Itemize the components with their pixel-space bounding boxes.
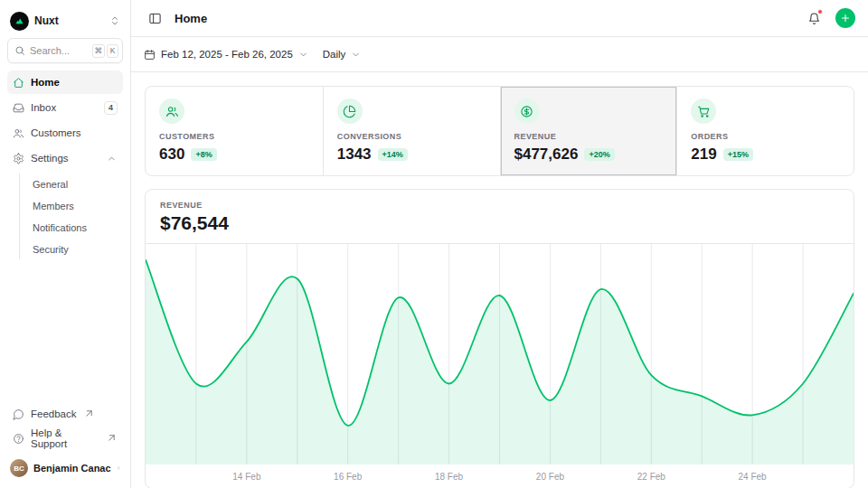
external-link-icon [106, 432, 118, 444]
stat-label: ORDERS [691, 132, 840, 141]
help-circle-icon [13, 433, 24, 445]
shopping-cart-icon [697, 105, 711, 118]
pie-chart-icon [343, 105, 356, 118]
svg-text:16 Feb: 16 Feb [334, 472, 363, 482]
content: CUSTOMERS 630+8% CONVERSIONS 1343+14% RE… [131, 72, 868, 488]
team-name: Nuxt [34, 14, 59, 27]
chevron-up-icon [106, 154, 118, 164]
search-shortcut: ⌘K [92, 44, 119, 58]
chevron-down-icon [298, 50, 308, 60]
filters-toolbar: Feb 12, 2025 - Feb 26, 2025 Daily [131, 37, 868, 72]
settings-submenu: General Members Notifications Security [19, 174, 123, 259]
sidebar-nav: Home Inbox 4 Customers Settings General … [7, 70, 123, 259]
chevron-down-icon [351, 50, 361, 60]
stat-value: $477,626 [514, 145, 579, 164]
chart-title: REVENUE [160, 201, 839, 210]
users-icon [13, 127, 24, 139]
dollar-circle-icon [520, 105, 533, 118]
team-switcher[interactable]: Nuxt [7, 7, 123, 34]
search-input[interactable]: Search... ⌘K [7, 38, 123, 63]
stat-conversions[interactable]: CONVERSIONS 1343+14% [323, 87, 500, 175]
stat-value: 1343 [337, 145, 372, 164]
panel-left-icon [148, 12, 162, 25]
page-title: Home [175, 12, 207, 25]
gear-icon [13, 153, 24, 164]
main-area: Home Feb 12, 2025 - Feb 26, 2025 Daily [131, 0, 868, 488]
notifications-button[interactable] [803, 7, 825, 29]
users-icon [165, 105, 179, 118]
sidebar-item-security[interactable]: Security [28, 239, 123, 259]
date-range-button[interactable]: Feb 12, 2025 - Feb 26, 2025 [144, 49, 308, 61]
help-support-label: Help & Support [31, 427, 99, 449]
svg-text:18 Feb: 18 Feb [435, 472, 464, 482]
app-window: Nuxt Search... ⌘K Home Inbox 4 Customers [0, 0, 868, 488]
sidebar-item-inbox[interactable]: Inbox 4 [7, 96, 123, 119]
sidebar-item-members[interactable]: Members [28, 195, 123, 216]
feedback-link[interactable]: Feedback [7, 402, 123, 426]
sidebar-item-label: Inbox [31, 102, 56, 113]
user-name: Benjamin Canac [33, 463, 111, 474]
kbd-cmd: ⌘ [92, 44, 106, 58]
stat-value: 630 [159, 145, 184, 164]
search-icon [14, 45, 25, 56]
stat-delta-badge: +15% [723, 148, 753, 161]
date-range-label: Feb 12, 2025 - Feb 26, 2025 [161, 49, 293, 60]
svg-text:14 Feb: 14 Feb [232, 472, 261, 482]
feedback-label: Feedback [31, 408, 77, 419]
granularity-label: Daily [323, 49, 346, 60]
nuxt-logo-icon [10, 12, 29, 31]
chart-total-value: $76,544 [160, 212, 839, 234]
sidebar-item-notifications[interactable]: Notifications [28, 217, 123, 238]
sidebar-item-settings[interactable]: Settings [7, 146, 123, 170]
sidebar: Nuxt Search... ⌘K Home Inbox 4 Customers [0, 0, 131, 488]
stat-customers[interactable]: CUSTOMERS 630+8% [146, 87, 323, 175]
stat-orders[interactable]: ORDERS 219+15% [676, 87, 854, 175]
stat-label: REVENUE [514, 132, 664, 141]
sidebar-item-label: Home [31, 77, 60, 88]
user-avatar: BC [10, 459, 28, 477]
stats-row: CUSTOMERS 630+8% CONVERSIONS 1343+14% RE… [145, 86, 854, 176]
stat-delta-badge: +8% [191, 148, 216, 161]
kbd-k: K [107, 44, 118, 58]
inbox-count-badge: 4 [104, 101, 118, 115]
sidebar-item-home[interactable]: Home [7, 70, 123, 94]
home-icon [13, 77, 24, 89]
chevrons-up-down-icon [117, 463, 120, 474]
external-link-icon [83, 408, 95, 419]
sidebar-item-label: Settings [31, 153, 69, 164]
message-circle-icon [13, 408, 24, 420]
stat-delta-badge: +20% [584, 148, 614, 161]
stat-revenue[interactable]: REVENUE $477,626+20% [500, 87, 677, 175]
svg-text:20 Feb: 20 Feb [536, 472, 565, 482]
sidebar-item-label: Customers [31, 127, 81, 138]
granularity-select[interactable]: Daily [323, 49, 362, 60]
stat-delta-badge: +14% [378, 148, 408, 161]
add-button[interactable] [835, 8, 855, 28]
user-menu[interactable]: BC Benjamin Canac [7, 455, 123, 481]
notification-dot [817, 9, 823, 14]
topbar: Home [131, 0, 868, 37]
sidebar-collapse-button[interactable] [144, 7, 165, 29]
search-placeholder: Search... [30, 45, 70, 56]
stat-label: CONVERSIONS [337, 132, 486, 141]
calendar-icon [144, 49, 156, 61]
help-support-link[interactable]: Help & Support [7, 427, 123, 450]
revenue-area-chart[interactable]: 14 Feb16 Feb18 Feb20 Feb22 Feb24 Feb [146, 244, 854, 488]
svg-text:24 Feb: 24 Feb [739, 472, 768, 482]
chevrons-up-down-icon [109, 15, 120, 26]
inbox-icon [13, 102, 24, 114]
stat-value: 219 [691, 145, 716, 164]
sidebar-item-general[interactable]: General [28, 174, 123, 194]
sidebar-footer: Feedback Help & Support BC Benjamin Cana… [7, 402, 123, 481]
sidebar-item-customers[interactable]: Customers [7, 121, 123, 145]
stat-label: CUSTOMERS [159, 132, 309, 141]
svg-text:22 Feb: 22 Feb [637, 472, 666, 482]
plus-icon [840, 13, 851, 23]
revenue-chart-card: REVENUE $76,544 14 Feb16 Feb18 Feb20 Feb… [145, 189, 854, 488]
